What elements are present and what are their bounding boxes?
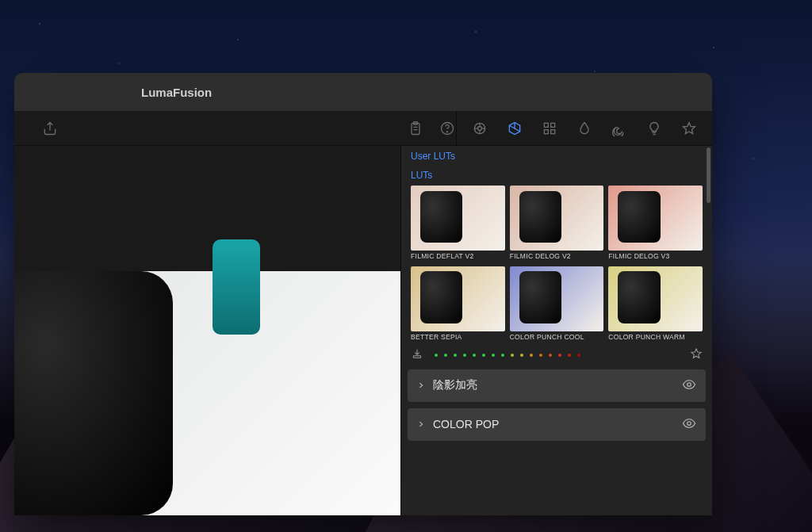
drop-icon[interactable] <box>576 120 593 137</box>
titlebar: LumaFusion <box>14 73 712 111</box>
lut-thumbs-row1: FILMIC DEFLAT V2FILMIC DELOG V2FILMIC DE… <box>401 184 712 262</box>
strength-dot[interactable] <box>539 354 542 357</box>
svg-marker-10 <box>684 122 695 133</box>
effect-label: 陰影加亮 <box>433 378 477 392</box>
lut-thumb-image <box>510 186 604 251</box>
strength-dot[interactable] <box>511 354 514 357</box>
effect-row[interactable]: COLOR POP <box>408 408 706 441</box>
toolbar-left <box>14 120 456 137</box>
cube-icon[interactable] <box>506 120 523 137</box>
strength-dot[interactable] <box>492 354 495 357</box>
effects-list: 陰影加亮COLOR POP <box>401 369 712 447</box>
lut-thumb-image <box>608 266 703 331</box>
svg-rect-8 <box>544 129 548 133</box>
lut-thumb[interactable]: FILMIC DELOG V2 <box>510 186 604 260</box>
lut-thumb-label: FILMIC DELOG V3 <box>608 252 703 260</box>
side-panel: User LUTs LUTs FILMIC DEFLAT V2FILMIC DE… <box>400 146 712 515</box>
content: User LUTs LUTs FILMIC DEFLAT V2FILMIC DE… <box>14 146 712 515</box>
lut-thumb[interactable]: COLOR PUNCH WARM <box>608 266 703 341</box>
preview-shaver <box>14 271 173 515</box>
preview-bottle <box>213 239 260 335</box>
strength-dot[interactable] <box>435 354 438 357</box>
lut-thumb-label: FILMIC DELOG V2 <box>510 252 604 260</box>
eye-icon[interactable] <box>682 416 696 433</box>
strength-dot[interactable] <box>577 354 580 357</box>
category-user-luts[interactable]: User LUTs <box>401 146 712 165</box>
preview-pane[interactable] <box>14 146 400 515</box>
lut-thumb[interactable]: COLOR PUNCH COOL <box>510 266 604 341</box>
eye-icon[interactable] <box>682 377 696 394</box>
preview-image <box>14 271 400 515</box>
effect-row[interactable]: 陰影加亮 <box>408 369 706 402</box>
grid-icon[interactable] <box>541 120 558 137</box>
lut-thumb-image <box>608 186 703 251</box>
lut-thumb-label: COLOR PUNCH WARM <box>608 333 703 341</box>
app-window: LumaFusion User LUTs LUTs <box>14 73 712 515</box>
chevron-right-icon <box>417 418 425 431</box>
app-title: LumaFusion <box>141 86 212 99</box>
strength-dot[interactable] <box>463 354 466 357</box>
svg-point-5 <box>478 126 482 130</box>
lut-thumb-label: BETTER SEPIA <box>411 333 505 341</box>
svg-marker-12 <box>691 349 701 358</box>
bulb-icon[interactable] <box>645 120 663 137</box>
effect-label: COLOR POP <box>433 418 499 431</box>
lut-thumb-image <box>510 266 604 331</box>
strength-dot[interactable] <box>549 354 552 357</box>
lut-thumb-image <box>411 266 505 331</box>
svg-point-3 <box>447 131 448 132</box>
strength-dot[interactable] <box>530 354 533 357</box>
strength-dot[interactable] <box>482 354 485 357</box>
chevron-right-icon <box>417 379 425 392</box>
strength-dot[interactable] <box>501 354 504 357</box>
lut-thumb-label: FILMIC DEFLAT V2 <box>411 252 505 260</box>
strength-dot[interactable] <box>568 354 571 357</box>
lut-thumbs-row2: BETTER SEPIACOLOR PUNCH COOLCOLOR PUNCH … <box>401 265 712 343</box>
strength-dot[interactable] <box>520 354 523 357</box>
strength-bar <box>401 343 712 369</box>
svg-point-13 <box>688 382 691 386</box>
strength-dot[interactable] <box>558 354 561 357</box>
download-icon[interactable] <box>411 347 423 363</box>
spiral-icon[interactable] <box>611 120 628 137</box>
star-icon[interactable] <box>680 120 698 137</box>
svg-point-14 <box>688 421 691 425</box>
color-wheel-icon[interactable] <box>471 120 488 137</box>
strength-dot[interactable] <box>454 354 457 357</box>
lut-thumb-image <box>411 186 505 251</box>
help-icon[interactable] <box>439 120 456 137</box>
scrollbar[interactable] <box>707 147 710 203</box>
svg-rect-9 <box>551 129 555 133</box>
clipboard-icon[interactable] <box>407 120 424 137</box>
svg-rect-7 <box>551 123 555 127</box>
category-luts[interactable]: LUTs <box>401 165 712 184</box>
strength-dot[interactable] <box>473 354 476 357</box>
svg-rect-6 <box>544 123 548 127</box>
lut-thumb-label: COLOR PUNCH COOL <box>510 333 604 341</box>
toolbar <box>14 111 712 146</box>
lut-thumb[interactable]: BETTER SEPIA <box>411 266 505 341</box>
lut-thumb[interactable]: FILMIC DEFLAT V2 <box>411 186 505 260</box>
strength-dots[interactable] <box>428 354 685 357</box>
lut-thumb[interactable]: FILMIC DELOG V3 <box>608 186 703 260</box>
strength-dot[interactable] <box>444 354 447 357</box>
toolbar-right <box>456 111 712 145</box>
favorite-star-icon[interactable] <box>690 347 703 363</box>
share-icon[interactable] <box>41 120 59 137</box>
svg-rect-11 <box>413 355 420 358</box>
